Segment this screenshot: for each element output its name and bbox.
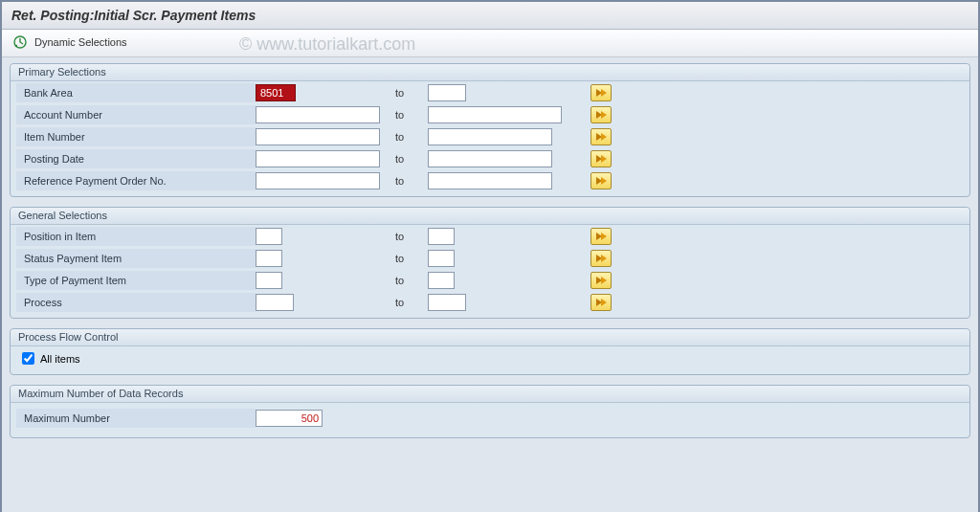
ref-order-to-input[interactable] (428, 172, 552, 189)
item-number-from-input[interactable] (256, 128, 380, 145)
multiple-selection-button[interactable] (590, 294, 612, 311)
multiple-selection-button[interactable] (590, 228, 612, 245)
group-primary-selections: Primary Selections Bank Area 8501 to Acc… (10, 63, 970, 197)
multiple-selection-button[interactable] (590, 172, 612, 189)
posting-date-to-input[interactable] (428, 150, 552, 167)
dynamic-selections-icon[interactable] (11, 33, 29, 51)
group-title-flow: Process Flow Control (11, 329, 969, 346)
type-to-input[interactable] (428, 272, 455, 289)
group-process-flow-control: Process Flow Control All items (10, 328, 970, 375)
multiple-selection-button[interactable] (590, 106, 612, 123)
to-label: to (390, 231, 428, 242)
to-label: to (390, 297, 428, 308)
row-item-number: Item Number to (16, 126, 964, 147)
position-to-input[interactable] (428, 228, 455, 245)
account-number-to-input[interactable] (428, 106, 562, 123)
label-item-number: Item Number (16, 127, 256, 146)
svg-point-1 (15, 45, 17, 47)
application-toolbar: Dynamic Selections (2, 30, 978, 57)
row-type-payment-item: Type of Payment Item to (16, 270, 964, 291)
bank-area-to-input[interactable] (428, 84, 466, 101)
multiple-selection-button[interactable] (590, 272, 612, 289)
group-title-general: General Selections (11, 208, 969, 225)
type-from-input[interactable] (256, 272, 282, 289)
label-type: Type of Payment Item (16, 271, 256, 290)
row-ref-payment-order: Reference Payment Order No. to (16, 170, 964, 191)
all-items-label: All items (40, 353, 80, 365)
to-label: to (390, 87, 428, 99)
label-process: Process (16, 293, 256, 312)
to-label: to (390, 109, 428, 121)
position-from-input[interactable] (256, 228, 282, 245)
item-number-to-input[interactable] (428, 128, 552, 145)
group-max-records: Maximum Number of Data Records Maximum N… (10, 385, 970, 438)
row-bank-area: Bank Area 8501 to (16, 82, 964, 103)
posting-date-from-input[interactable] (256, 150, 380, 167)
group-general-selections: General Selections Position in Item to S… (10, 207, 970, 319)
row-position-in-item: Position in Item to (16, 226, 964, 247)
bank-area-from-value[interactable]: 8501 (256, 84, 296, 101)
group-title-max: Maximum Number of Data Records (11, 386, 969, 403)
to-label: to (390, 275, 428, 286)
row-all-items: All items (11, 346, 969, 370)
label-ref-payment-order: Reference Payment Order No. (16, 171, 256, 190)
status-from-input[interactable] (256, 250, 282, 267)
ref-order-from-input[interactable] (256, 172, 380, 189)
label-account-number: Account Number (16, 105, 256, 124)
all-items-checkbox[interactable] (22, 352, 34, 365)
multiple-selection-button[interactable] (590, 128, 612, 145)
account-number-from-input[interactable] (256, 106, 380, 123)
multiple-selection-button[interactable] (590, 250, 612, 267)
multiple-selection-button[interactable] (590, 84, 612, 101)
row-status-payment-item: Status Payment Item to (16, 248, 964, 269)
label-bank-area: Bank Area (16, 83, 256, 102)
to-label: to (390, 175, 428, 187)
dynamic-selections-button[interactable]: Dynamic Selections (34, 36, 127, 48)
row-account-number: Account Number to (16, 104, 964, 125)
to-label: to (390, 253, 428, 264)
multiple-selection-button[interactable] (590, 150, 612, 167)
process-to-input[interactable] (428, 294, 466, 311)
row-max-number: Maximum Number (11, 403, 969, 434)
label-posting-date: Posting Date (16, 149, 256, 168)
to-label: to (390, 153, 428, 165)
to-label: to (390, 131, 428, 143)
process-from-input[interactable] (256, 294, 294, 311)
label-status: Status Payment Item (16, 249, 256, 268)
group-title-primary: Primary Selections (11, 64, 969, 81)
label-position: Position in Item (16, 227, 256, 246)
row-posting-date: Posting Date to (16, 148, 964, 169)
row-process: Process to (16, 292, 964, 313)
label-max-number: Maximum Number (16, 409, 256, 428)
max-number-input[interactable] (256, 410, 323, 427)
page-title: Ret. Posting:Initial Scr. Payment Items (2, 2, 978, 30)
status-to-input[interactable] (428, 250, 455, 267)
